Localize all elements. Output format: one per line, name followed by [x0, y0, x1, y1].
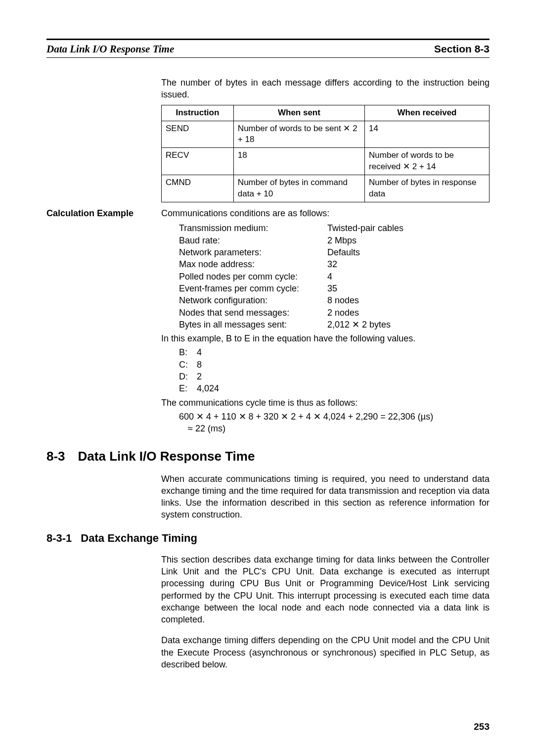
cond-key: Max node address: — [179, 258, 327, 270]
instruction-table-wrap: Instruction When sent When received SEND… — [161, 105, 490, 203]
cond-key: Network configuration: — [179, 294, 327, 306]
running-head-left: Data Link I/O Response Time — [46, 43, 174, 55]
calc-example-body: Communications conditions are as follows… — [161, 207, 490, 434]
cond-val: 32 — [327, 258, 337, 270]
val-key: B: — [179, 346, 197, 358]
val-row: B:4 — [179, 346, 490, 358]
cond-row: Network parameters:Defaults — [179, 246, 490, 258]
section-number: 8-3 — [46, 449, 65, 464]
cond-val: Defaults — [327, 246, 360, 258]
cond-val: Twisted-pair cables — [327, 222, 403, 234]
equation: 600 ✕ 4 + 110 ✕ 8 + 320 ✕ 2 + 4 ✕ 4,024 … — [179, 411, 490, 435]
table-row: RECV 18 Number of words to be received ✕… — [162, 148, 490, 175]
val-val: 2 — [197, 371, 202, 382]
table-row: SEND Number of words to be sent ✕ 2 + 18… — [162, 121, 490, 148]
equation-sub: ≈ 22 (ms) — [188, 423, 490, 434]
calc-example-block: Calculation Example Communications condi… — [46, 207, 490, 434]
subsection-title: Data Exchange Timing — [81, 532, 197, 545]
section-heading: 8-3 Data Link I/O Response Time — [46, 449, 490, 464]
cond-val: 2 Mbps — [327, 235, 356, 246]
td: Number of bytes in command data + 10 — [233, 175, 364, 202]
val-key: E: — [179, 382, 197, 394]
cond-val: 35 — [327, 283, 337, 294]
cycle-intro: The communications cycle time is thus as… — [161, 397, 490, 409]
running-head: Data Link I/O Response Time Section 8-3 — [46, 43, 490, 58]
val-row: D:2 — [179, 371, 490, 382]
instruction-table: Instruction When sent When received SEND… — [161, 105, 490, 203]
subsection-heading: 8-3-1 Data Exchange Timing — [46, 532, 490, 545]
values-note: In this example, B to E in the equation … — [161, 332, 490, 344]
td: SEND — [162, 121, 234, 148]
cond-row: Nodes that send messages:2 nodes — [179, 307, 490, 319]
th-instruction: Instruction — [162, 105, 234, 121]
val-key: D: — [179, 371, 197, 382]
val-key: C: — [179, 359, 197, 371]
td: Number of words to be received ✕ 2 + 14 — [365, 148, 490, 175]
cond-key: Event-frames per comm cycle: — [179, 283, 327, 294]
cond-key: Bytes in all messages sent: — [179, 319, 327, 331]
cond-key: Network parameters: — [179, 246, 327, 258]
cond-row: Bytes in all messages sent:2,012 ✕ 2 byt… — [179, 319, 490, 331]
cond-row: Baud rate:2 Mbps — [179, 235, 490, 246]
cond-key: Transmission medium: — [179, 222, 327, 234]
equation-line: 600 ✕ 4 + 110 ✕ 8 + 320 ✕ 2 + 4 ✕ 4,024 … — [179, 411, 490, 423]
subsection-para-1: This section describes data exchange tim… — [161, 554, 490, 626]
values-list: B:4 C:8 D:2 E:4,024 — [179, 346, 490, 394]
cond-val: 8 nodes — [327, 294, 359, 306]
val-row: E:4,024 — [179, 382, 490, 394]
subsection-para-2: Data exchange timing differs depending o… — [161, 634, 490, 670]
table-header-row: Instruction When sent When received — [162, 105, 490, 121]
calc-example-label: Calculation Example — [46, 207, 161, 219]
val-val: 4,024 — [197, 382, 219, 394]
cond-row: Polled nodes per comm cycle:4 — [179, 271, 490, 283]
cond-key: Nodes that send messages: — [179, 307, 327, 319]
cond-key: Baud rate: — [179, 235, 327, 246]
calc-intro: Communications conditions are as follows… — [161, 207, 490, 219]
top-rule — [46, 39, 490, 40]
cond-val: 2,012 ✕ 2 bytes — [327, 319, 391, 331]
cond-row: Transmission medium:Twisted-pair cables — [179, 222, 490, 234]
page-number: 253 — [474, 721, 490, 732]
cond-val: 2 nodes — [327, 307, 359, 319]
val-val: 8 — [197, 359, 202, 371]
cond-key: Polled nodes per comm cycle: — [179, 271, 327, 283]
td: Number of bytes in response data — [365, 175, 490, 202]
td: CMND — [162, 175, 234, 202]
intro-paragraph: The number of bytes in each message diff… — [161, 77, 490, 101]
section-title: Data Link I/O Response Time — [78, 449, 255, 464]
th-when-sent: When sent — [233, 105, 364, 121]
td: Number of words to be sent ✕ 2 + 18 — [233, 121, 364, 148]
conditions-table: Transmission medium:Twisted-pair cables … — [179, 222, 490, 331]
section-paragraph: When accurate communications timing is r… — [161, 473, 490, 521]
td: RECV — [162, 148, 234, 175]
cond-row: Max node address:32 — [179, 258, 490, 270]
cond-val: 4 — [327, 271, 332, 283]
val-val: 4 — [197, 346, 202, 358]
td: 14 — [365, 121, 490, 148]
running-head-right: Section 8-3 — [434, 43, 490, 55]
cond-row: Network configuration:8 nodes — [179, 294, 490, 306]
td: 18 — [233, 148, 364, 175]
subsection-number: 8-3-1 — [46, 532, 72, 545]
val-row: C:8 — [179, 359, 490, 371]
cond-row: Event-frames per comm cycle:35 — [179, 283, 490, 294]
table-row: CMND Number of bytes in command data + 1… — [162, 175, 490, 202]
th-when-received: When received — [365, 105, 490, 121]
